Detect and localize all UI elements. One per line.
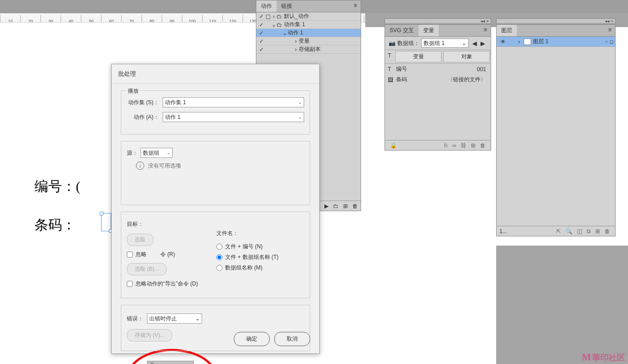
check-icon[interactable]: ✓ bbox=[258, 38, 265, 45]
dialog-toggle-icon[interactable]: ▢ bbox=[265, 13, 271, 20]
check-icon[interactable]: ✓ bbox=[258, 30, 265, 36]
twirl-icon[interactable]: ⌄ bbox=[282, 30, 288, 36]
locate-icon[interactable]: ⇱ bbox=[554, 228, 563, 235]
radio-file-number[interactable] bbox=[216, 244, 222, 250]
panel-menu-icon[interactable]: ≡ bbox=[605, 25, 615, 36]
new-sublayer-icon[interactable]: ⧉ bbox=[584, 228, 593, 235]
twirl-icon[interactable]: ⌄ bbox=[271, 22, 277, 28]
collapse-icon[interactable]: ◂◂ bbox=[605, 19, 610, 23]
label-ignore-suffix: 令 (R) bbox=[160, 251, 175, 258]
panel-menu-icon[interactable]: ≡ bbox=[480, 25, 491, 36]
capture-icon[interactable]: ⎘ bbox=[442, 142, 450, 149]
target-icon[interactable]: ○ bbox=[605, 39, 608, 44]
tab-variables[interactable]: 变量 bbox=[419, 25, 439, 36]
trash-icon[interactable]: 🗑 bbox=[478, 142, 488, 149]
action-row[interactable]: ✓ ▢ › 🗀 默认_动作 bbox=[256, 12, 361, 21]
type-column-icon: T bbox=[385, 51, 394, 62]
action-label: 默认_动作 bbox=[284, 12, 309, 20]
link-icon[interactable]: ∞ bbox=[450, 142, 458, 149]
watermark-logo-icon: M bbox=[582, 351, 591, 363]
folder-icon[interactable]: 🗀 bbox=[333, 203, 339, 209]
choose-button-disabled: 选取 bbox=[127, 234, 153, 246]
info-row: i 没有可用选项 bbox=[136, 162, 304, 170]
text-type-icon: T bbox=[388, 66, 396, 73]
panel-menu-icon[interactable]: ≡ bbox=[350, 0, 361, 12]
action-label: 动作 1 bbox=[288, 29, 303, 37]
selection-box[interactable] bbox=[101, 213, 111, 231]
cancel-button[interactable]: 取消 bbox=[274, 332, 310, 346]
twirl-icon[interactable]: › bbox=[293, 46, 299, 53]
clip-icon[interactable]: ◫ bbox=[575, 228, 584, 235]
tab-actions[interactable]: 动作 bbox=[256, 0, 277, 12]
chevron-down-icon: ⌄ bbox=[298, 100, 302, 105]
visibility-icon[interactable]: 👁 bbox=[498, 39, 508, 45]
twirl-icon[interactable]: › bbox=[271, 13, 277, 20]
select-dataset[interactable]: 数据组 1 ⌄ bbox=[421, 39, 469, 48]
check-icon[interactable]: ✓ bbox=[258, 13, 265, 20]
tab-links[interactable]: 链接 bbox=[277, 0, 297, 12]
select-action-set[interactable]: 动作集 1 ⌄ bbox=[163, 97, 304, 107]
check-icon[interactable]: ✓ bbox=[258, 22, 265, 28]
folder-icon: 🗀 bbox=[277, 22, 283, 28]
action-row[interactable]: ✓ ⌄ 🗀 动作集 1 bbox=[256, 21, 361, 29]
image-type-icon: 🖼 bbox=[388, 77, 396, 83]
layers-panel: 图层 ≡ 👁 › 图层 1 ○ ◻ 1... ⇱ 🔍 ◫ ⧉ ⊞ 🗑 bbox=[496, 24, 616, 236]
camera-icon[interactable]: 📷 bbox=[389, 40, 396, 46]
action-label: 存储副本 bbox=[299, 45, 321, 53]
twirl-icon[interactable]: › bbox=[518, 39, 524, 45]
lock-icon[interactable]: 🔒 bbox=[388, 142, 399, 149]
action-row[interactable]: ✓ › 变量 bbox=[256, 37, 361, 45]
collapse-icon[interactable]: ◂◂ bbox=[481, 19, 485, 23]
checkbox-ignore-export[interactable] bbox=[127, 281, 133, 287]
ok-button[interactable]: 确定 bbox=[234, 332, 270, 346]
layer-thumbnail bbox=[524, 39, 531, 45]
select-action[interactable]: 动作 1 ⌄ bbox=[163, 112, 304, 122]
close-icon[interactable]: × bbox=[611, 19, 613, 23]
variable-row[interactable]: T 编号 001 bbox=[385, 64, 491, 74]
radio-file-dataset[interactable] bbox=[216, 254, 222, 260]
dialog-title: 批处理 bbox=[112, 64, 319, 84]
twirl-icon[interactable]: › bbox=[293, 38, 299, 45]
next-dataset-icon[interactable]: ▶ bbox=[479, 40, 487, 47]
label-error: 错误： bbox=[127, 315, 143, 323]
tab-svg-interact[interactable]: SVG 交互 bbox=[385, 25, 419, 36]
play-icon[interactable]: ▶ bbox=[324, 203, 328, 209]
vars-panel-collapse-bar[interactable]: ◂◂ × bbox=[385, 18, 491, 24]
select-error[interactable]: 出错时停止 ⌄ bbox=[147, 314, 202, 324]
batch-dialog: 批处理 播放 动作集 (S)： 动作集 1 ⌄ 动作 (A)： 动作 1 ⌄ 源 bbox=[111, 64, 320, 354]
unlink-icon[interactable]: ⛓ bbox=[458, 142, 469, 149]
chevron-down-icon: ⌄ bbox=[462, 40, 466, 46]
variable-row[interactable]: 🖼 条码 〈链接的文件〉 bbox=[385, 74, 491, 85]
col-header-variable[interactable]: 变量 bbox=[395, 51, 441, 62]
canvas-bg-right-lower bbox=[496, 246, 628, 364]
action-row[interactable]: ✓ › 存储副本 bbox=[256, 45, 361, 54]
trash-icon[interactable]: 🗑 bbox=[352, 203, 358, 209]
destination-group: 目标： 选取 忽略 xxxxx 令 (R) 选取 (B)... 忽略动作的“导出… bbox=[121, 212, 310, 298]
col-header-object[interactable]: 对象 bbox=[443, 51, 490, 62]
new-icon[interactable]: ⊞ bbox=[469, 142, 478, 149]
new-icon[interactable]: ⊞ bbox=[343, 203, 348, 209]
label-filename: 文件名： bbox=[216, 230, 278, 237]
label-ignore-partial: 忽略 bbox=[136, 251, 147, 258]
new-layer-icon[interactable]: ⊞ bbox=[593, 228, 602, 235]
select-source[interactable]: 数据组 ⌄ bbox=[141, 148, 173, 158]
action-label: 动作集 1 bbox=[284, 21, 305, 28]
action-label: 变量 bbox=[299, 37, 310, 45]
folder-icon: 🗀 bbox=[277, 13, 283, 20]
check-icon[interactable]: ✓ bbox=[258, 46, 265, 53]
prev-dataset-icon[interactable]: ◀ bbox=[470, 40, 479, 47]
trash-icon[interactable]: 🗑 bbox=[602, 228, 612, 235]
group-title-play: 播放 bbox=[126, 87, 141, 95]
layers-panel-collapse-bar[interactable]: ◂◂ × bbox=[496, 18, 616, 24]
close-icon[interactable]: × bbox=[487, 19, 489, 23]
tab-layers[interactable]: 图层 bbox=[497, 25, 517, 36]
layer-row[interactable]: 👁 › 图层 1 ○ ◻ bbox=[497, 37, 615, 47]
save-as-button-disabled: 存储为 (V)... bbox=[127, 329, 172, 342]
checkbox-ignore-save[interactable] bbox=[127, 252, 133, 258]
radio-dataset-name[interactable] bbox=[216, 265, 222, 271]
action-row-selected[interactable]: ✓ ⌄ 动作 1 bbox=[256, 29, 361, 37]
search-icon[interactable]: 🔍 bbox=[563, 228, 575, 235]
target-select[interactable]: 无 ⌄ bbox=[147, 361, 193, 364]
selection-indicator[interactable]: ◻ bbox=[610, 39, 613, 44]
label-source: 源： bbox=[127, 149, 138, 157]
